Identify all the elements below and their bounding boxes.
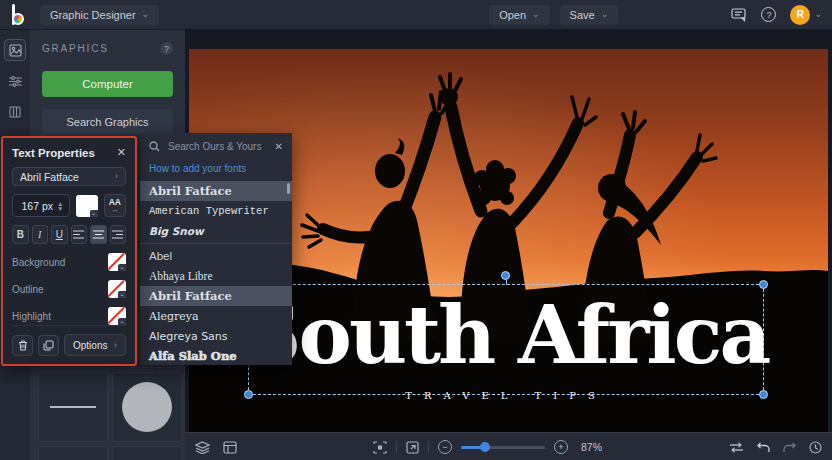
layout-tool-icon[interactable] xyxy=(4,101,26,123)
zoom-level: 87% xyxy=(581,441,602,453)
fit-to-screen-icon[interactable] xyxy=(373,441,387,454)
brand-logo[interactable] xyxy=(12,4,28,25)
zoom-in-button[interactable]: + xyxy=(554,440,568,454)
chevron-down-icon: ⌄ xyxy=(118,264,126,271)
options-button[interactable]: Options › xyxy=(64,334,126,356)
italic-button[interactable]: I xyxy=(32,225,49,244)
font-list-item[interactable]: Alfa Slab One xyxy=(140,346,292,365)
zoom-slider[interactable] xyxy=(461,446,545,449)
resize-handle-bottom-right[interactable] xyxy=(759,390,768,399)
font-list-item[interactable]: Big Snow xyxy=(140,221,292,241)
align-right-button[interactable] xyxy=(110,225,127,244)
chevron-down-icon: ⌄ xyxy=(142,10,150,19)
save-button[interactable]: Save ⌄ xyxy=(560,5,619,25)
graphics-help-icon[interactable]: ? xyxy=(160,42,173,55)
redo-icon[interactable] xyxy=(783,442,796,453)
underline-button[interactable]: U xyxy=(51,225,68,244)
trash-icon xyxy=(18,340,28,351)
highlight-label: Highlight xyxy=(12,311,51,322)
history-clock-icon[interactable] xyxy=(809,441,822,454)
close-icon[interactable]: ✕ xyxy=(117,146,126,159)
size-stepper[interactable]: ▲▼ xyxy=(57,201,63,211)
upload-computer-button[interactable]: Computer xyxy=(42,71,173,97)
list-divider xyxy=(140,243,292,244)
letter-spacing-label: AA xyxy=(109,198,121,206)
text-color-swatch[interactable]: ⌄ xyxy=(76,195,97,217)
font-list-item[interactable]: Alegreya xyxy=(140,306,292,326)
clear-search-icon[interactable]: ✕ xyxy=(275,141,283,152)
duplicate-icon xyxy=(43,340,54,351)
expand-icon[interactable] xyxy=(406,441,419,454)
logo-colorwheel-icon xyxy=(12,13,24,25)
duplicate-button[interactable] xyxy=(38,335,59,356)
divider xyxy=(428,441,429,454)
text-element-selection[interactable]: South Africa TRAVEL TIPS xyxy=(248,284,764,395)
zoom-slider-thumb[interactable] xyxy=(480,442,490,452)
bold-button[interactable]: B xyxy=(12,225,29,244)
account-menu[interactable]: R ⌄ xyxy=(790,5,822,25)
outline-color-swatch[interactable]: ⌄ xyxy=(108,280,126,298)
chevron-down-icon: ⌄ xyxy=(90,210,98,217)
graphics-panel-title: GRAPHICS xyxy=(42,43,109,54)
shape-thumbnail-rectangle[interactable] xyxy=(38,446,108,460)
font-list-item[interactable]: American Typewriter xyxy=(140,201,292,221)
font-family-value: Abril Fatface xyxy=(20,171,79,183)
font-list-item[interactable]: Abel xyxy=(140,246,292,266)
chevron-down-icon: ⌄ xyxy=(814,10,822,19)
background-color-swatch[interactable]: ⌄ xyxy=(108,253,126,271)
highlight-color-swatch[interactable]: ⌄ xyxy=(108,307,126,325)
resize-handle-bottom-left[interactable] xyxy=(244,390,253,399)
chevron-right-icon: › xyxy=(114,341,117,350)
zoom-out-button[interactable]: − xyxy=(438,440,452,454)
panel-title: Text Properties xyxy=(12,147,95,159)
help-icon[interactable]: ? xyxy=(761,7,776,22)
chevron-down-icon: ⌄ xyxy=(118,291,126,298)
app-window: Graphic Designer ⌄ Open ⌄ Save ⌄ ? xyxy=(0,0,832,460)
font-size-input[interactable] xyxy=(13,200,53,212)
search-icon xyxy=(149,141,160,152)
rotate-handle[interactable] xyxy=(501,271,510,280)
font-search-input[interactable] xyxy=(166,140,269,153)
save-label: Save xyxy=(570,9,595,21)
transition-icon[interactable] xyxy=(729,442,744,453)
open-label: Open xyxy=(499,9,526,21)
chevron-down-icon: ⌄ xyxy=(601,10,609,19)
search-graphics-button[interactable]: Search Graphics xyxy=(42,109,173,134)
layers-icon[interactable] xyxy=(195,441,210,454)
align-left-button[interactable] xyxy=(71,225,88,244)
shape-thumbnail-dashed-rectangle[interactable] xyxy=(112,446,182,460)
chevron-down-icon: ⌄ xyxy=(532,10,540,19)
undo-icon[interactable] xyxy=(757,442,770,453)
open-button[interactable]: Open ⌄ xyxy=(489,5,549,25)
font-size-field[interactable]: ▲▼ xyxy=(12,194,70,217)
letter-spacing-button[interactable]: AA ↔ xyxy=(104,194,126,217)
chevron-right-icon: › xyxy=(115,172,118,181)
font-list-item[interactable]: Abhaya Libre xyxy=(140,266,292,286)
options-label: Options xyxy=(73,340,107,351)
font-list-item[interactable]: Alegreya Sans xyxy=(140,326,292,346)
font-list: Abril Fatface American Typewriter Big Sn… xyxy=(140,181,292,365)
circle-shape xyxy=(122,382,172,432)
text-properties-panel: Text Properties ✕ Abril Fatface › ▲▼ ⌄ A… xyxy=(1,136,137,366)
divider xyxy=(396,441,397,454)
board-layout-icon[interactable] xyxy=(223,441,237,454)
shape-thumbnail-circle[interactable] xyxy=(112,372,182,442)
font-list-item[interactable]: Abril Fatface xyxy=(140,181,292,201)
scrollbar-thumb[interactable] xyxy=(287,183,290,194)
font-list-item[interactable]: Abril Fatface xyxy=(140,286,292,306)
spacing-arrow-icon: ↔ xyxy=(112,206,118,214)
images-tool-icon[interactable] xyxy=(4,39,26,61)
app-menu-button[interactable]: Graphic Designer ⌄ xyxy=(40,5,159,25)
app-menu-label: Graphic Designer xyxy=(50,9,136,21)
comments-icon[interactable] xyxy=(731,8,747,22)
add-fonts-link[interactable]: How to add your fonts xyxy=(140,160,292,181)
resize-handle-top-right[interactable] xyxy=(759,280,768,289)
font-picker-panel: ✕ How to add your fonts Abril Fatface Am… xyxy=(140,133,292,365)
canvas-headline-text[interactable]: South Africa xyxy=(249,281,763,389)
adjust-tool-icon[interactable] xyxy=(4,70,26,92)
shape-thumbnail-line[interactable] xyxy=(38,372,108,442)
align-center-button[interactable] xyxy=(90,225,107,244)
canvas-subtitle-text[interactable]: TRAVEL TIPS xyxy=(249,390,763,401)
font-family-select[interactable]: Abril Fatface › xyxy=(12,167,126,186)
delete-button[interactable] xyxy=(12,335,33,356)
